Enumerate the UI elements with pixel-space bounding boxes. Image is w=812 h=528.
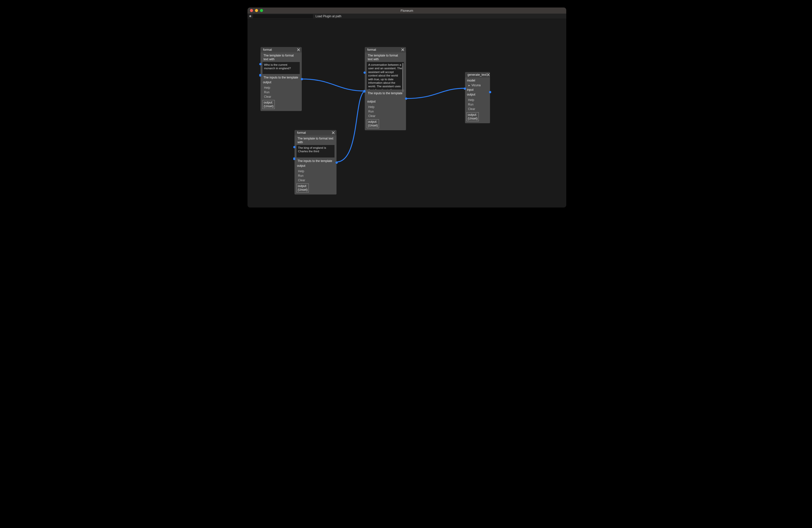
close-icon[interactable]: [332, 131, 335, 134]
output-box-value: (Unset): [264, 104, 274, 108]
snowflake-icon[interactable]: ✱: [249, 15, 251, 18]
node-body: The template to format text with The inp…: [294, 135, 336, 194]
node-body: The template to format text with The inp…: [365, 53, 406, 130]
run-button[interactable]: Run: [296, 174, 334, 178]
output-box-label: output:: [298, 184, 307, 188]
output-box-label: output:: [468, 113, 478, 117]
node-format-2[interactable]: format The template to format text with …: [365, 47, 406, 130]
template-label: The template to format text with: [262, 54, 300, 61]
node-title: format: [297, 131, 306, 134]
port-out-output[interactable]: [301, 78, 303, 80]
run-button[interactable]: Run: [262, 90, 300, 94]
template-textarea[interactable]: [367, 62, 404, 89]
port-in-inputs[interactable]: [293, 158, 295, 160]
model-label: model: [466, 78, 489, 83]
output-box: output: (Unset): [367, 119, 379, 128]
node-title: format: [263, 48, 272, 52]
template-textarea[interactable]: [296, 145, 334, 158]
clear-button[interactable]: Clear: [367, 114, 404, 118]
node-format-1[interactable]: format The template to format text with …: [261, 47, 302, 111]
titlebar[interactable]: Floneum: [247, 8, 566, 14]
port-in-template[interactable]: [259, 63, 261, 65]
model-dropdown[interactable]: ►Vicuna: [466, 83, 489, 87]
clear-button[interactable]: Clear: [296, 178, 334, 182]
port-in-template[interactable]: [293, 146, 295, 148]
output-label: output: [262, 80, 300, 85]
load-plugin-button[interactable]: Load Plugin at path: [315, 14, 342, 18]
output-box-value: (Unset): [298, 188, 307, 192]
node-header[interactable]: format: [294, 130, 336, 135]
help-button[interactable]: Help: [367, 105, 404, 109]
help-button[interactable]: Help: [466, 98, 489, 102]
port-out-output[interactable]: [335, 161, 338, 164]
output-label: output: [367, 100, 404, 104]
node-title: format: [367, 48, 376, 52]
clear-button[interactable]: Clear: [466, 107, 489, 111]
output-box-label: output:: [264, 101, 274, 104]
help-button[interactable]: Help: [296, 169, 334, 174]
inputs-label: The inputs to the template: [296, 159, 334, 163]
window-title: Floneum: [247, 9, 566, 13]
port-in-inputs[interactable]: [363, 90, 365, 92]
output-label: output: [466, 92, 489, 97]
scrollbar-icon[interactable]: [402, 63, 404, 92]
clear-button[interactable]: Clear: [262, 94, 300, 99]
close-icon[interactable]: [487, 73, 489, 76]
port-in-inputs[interactable]: [259, 74, 261, 76]
help-button[interactable]: Help: [262, 86, 300, 90]
node-body: The template to format text with The inp…: [261, 53, 302, 111]
close-icon[interactable]: [401, 48, 405, 52]
node-canvas[interactable]: format The template to format text with …: [247, 19, 566, 207]
close-icon[interactable]: [297, 48, 300, 52]
toolbar: ✱ Load Plugin at path: [247, 14, 566, 19]
port-in-template[interactable]: [363, 72, 366, 74]
output-box-label: output:: [368, 120, 378, 124]
node-body: model ►Vicuna input output Help Run Clea…: [465, 77, 490, 123]
output-box-value: (Unset): [468, 117, 478, 120]
node-format-3[interactable]: format The template to format text with …: [294, 130, 336, 194]
node-header[interactable]: format: [261, 47, 302, 53]
output-box: output: (Unset): [466, 112, 479, 121]
output-box: output: (Unset): [262, 100, 275, 109]
port-in-input[interactable]: [464, 88, 466, 90]
plugin-path-input[interactable]: [253, 14, 313, 18]
inputs-label: The inputs to the template: [262, 75, 300, 80]
model-value: Vicuna: [472, 84, 480, 87]
run-button[interactable]: Run: [367, 109, 404, 114]
input-label: input: [466, 88, 489, 92]
node-generate-text[interactable]: generate_text model ►Vicuna input output…: [465, 72, 490, 123]
node-header[interactable]: generate_text: [465, 72, 490, 77]
triangle-right-icon: ►: [468, 84, 470, 87]
port-out-output[interactable]: [489, 91, 491, 93]
run-button[interactable]: Run: [466, 102, 489, 107]
template-label: The template to format text with: [296, 136, 334, 145]
output-label: output: [296, 164, 334, 168]
template-textarea[interactable]: [262, 62, 300, 74]
node-title: generate_text: [467, 73, 487, 76]
inputs-label: The inputs to the template: [367, 91, 404, 96]
port-out-output[interactable]: [405, 98, 407, 100]
node-header[interactable]: format: [365, 47, 406, 53]
output-box-value: (Unset): [368, 124, 378, 128]
app-window: Floneum ✱ Load Plugin at path format: [247, 8, 566, 207]
template-label: The template to format text with: [367, 54, 404, 61]
output-box: output: (Unset): [296, 184, 309, 192]
